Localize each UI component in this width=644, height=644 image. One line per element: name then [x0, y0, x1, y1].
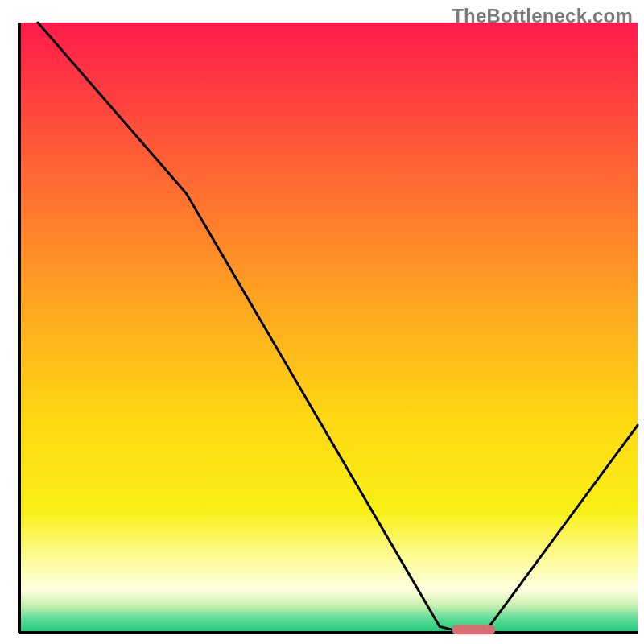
bottleneck-chart — [0, 0, 644, 644]
watermark-text: TheBottleneck.com — [452, 5, 633, 27]
optimal-range-marker — [452, 625, 496, 634]
plot-background — [19, 23, 638, 633]
